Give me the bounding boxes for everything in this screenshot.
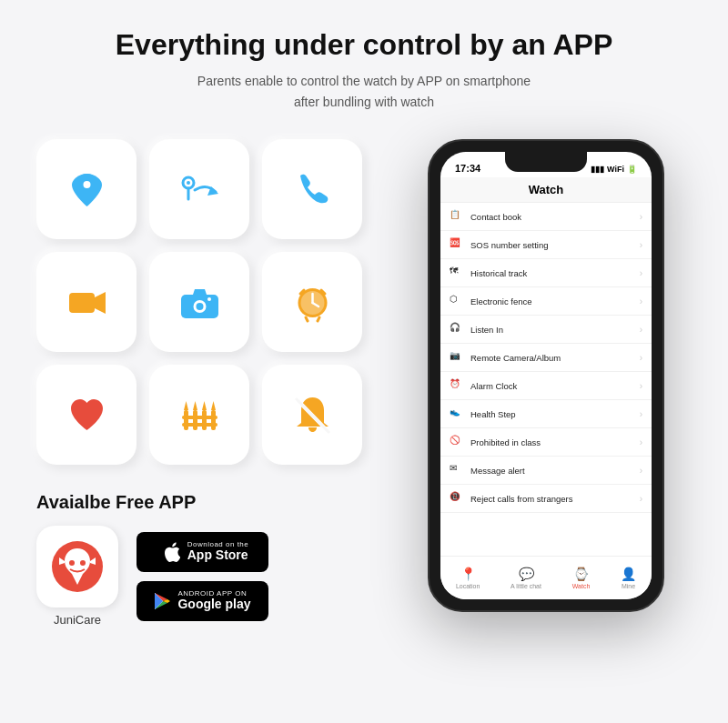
nav-chat-label: A little chat bbox=[511, 583, 541, 589]
menu-item-text: Alarm Clock bbox=[470, 381, 633, 391]
svg-rect-19 bbox=[184, 410, 188, 430]
track-icon: 🗺 bbox=[450, 266, 464, 280]
health-icon: 👟 bbox=[450, 407, 464, 421]
nav-item-chat[interactable]: 💬 A little chat bbox=[511, 567, 541, 589]
message-icon: ✉ bbox=[450, 463, 464, 477]
svg-marker-24 bbox=[193, 401, 197, 410]
menu-item-reject-calls[interactable]: 📵 Reject calls from strangers › bbox=[440, 485, 652, 513]
svg-rect-20 bbox=[193, 410, 197, 430]
camera-menu-icon: 📷 bbox=[450, 350, 464, 365]
menu-item-historical-track[interactable]: 🗺 Historical track › bbox=[440, 259, 652, 287]
junicare-label: JuniCare bbox=[36, 613, 118, 627]
menu-item-text: Health Step bbox=[470, 409, 633, 419]
nav-item-watch[interactable]: ⌚ Watch bbox=[572, 567, 591, 589]
header-section: Everything under control by an APP Paren… bbox=[116, 27, 612, 112]
chevron-icon: › bbox=[640, 466, 642, 476]
svg-point-9 bbox=[196, 303, 203, 310]
chevron-icon: › bbox=[640, 437, 642, 447]
right-panel: 17:34 ▮▮▮ WiFi 🔋 Watch 📋 Conta bbox=[400, 139, 692, 612]
menu-item-text: Remote Camera/Album bbox=[470, 353, 633, 363]
phone-screen: 17:34 ▮▮▮ WiFi 🔋 Watch 📋 Conta bbox=[440, 152, 652, 599]
svg-rect-22 bbox=[211, 410, 216, 430]
content-area: Avaialbe Free APP bbox=[36, 139, 692, 627]
appstore-large-text: App Store bbox=[187, 548, 248, 562]
camera-icon bbox=[175, 277, 225, 327]
navigation-icon bbox=[175, 165, 225, 215]
icon-box-alarm bbox=[262, 252, 362, 352]
menu-item-alarm[interactable]: ⏰ Alarm Clock › bbox=[440, 372, 652, 400]
icon-box-phone bbox=[262, 139, 362, 239]
phone-icon bbox=[288, 165, 338, 215]
chevron-icon: › bbox=[640, 494, 642, 504]
nav-watch-icon: ⌚ bbox=[573, 567, 589, 581]
prohibited-icon: 🚫 bbox=[450, 435, 464, 449]
svg-point-33 bbox=[80, 560, 86, 566]
svg-marker-23 bbox=[184, 401, 188, 410]
svg-point-10 bbox=[207, 297, 211, 301]
chevron-icon: › bbox=[640, 268, 642, 278]
menu-item-fence[interactable]: ⬡ Electronic fence › bbox=[440, 287, 652, 316]
phone-bottom-nav: 📍 Location 💬 A little chat ⌚ Watch � bbox=[440, 556, 652, 599]
menu-item-health[interactable]: 👟 Health Step › bbox=[440, 400, 652, 428]
apple-logo-icon bbox=[164, 542, 180, 562]
phone-notch bbox=[505, 152, 587, 172]
signal-icon: ▮▮▮ bbox=[591, 165, 604, 174]
menu-item-text: Historical track bbox=[470, 268, 633, 278]
main-container: Everything under control by an APP Paren… bbox=[0, 0, 728, 723]
menu-item-text: Prohibited in class bbox=[470, 437, 633, 447]
svg-line-18 bbox=[318, 317, 319, 321]
fence-menu-icon: ⬡ bbox=[450, 294, 464, 308]
chevron-icon: › bbox=[640, 353, 642, 363]
contact-book-icon: 📋 bbox=[450, 209, 464, 224]
junicare-logo bbox=[36, 526, 118, 608]
menu-item-listen[interactable]: 🎧 Listen In › bbox=[440, 316, 652, 344]
icon-box-video bbox=[36, 252, 136, 352]
status-icons: ▮▮▮ WiFi 🔋 bbox=[591, 165, 637, 174]
menu-item-sos[interactable]: 🆘 SOS number setting › bbox=[440, 231, 652, 259]
chevron-icon: › bbox=[640, 212, 642, 222]
icon-box-bell-off bbox=[262, 365, 362, 465]
alarm-icon bbox=[288, 277, 338, 327]
googleplay-button[interactable]: ANDROID APP ON Google play bbox=[136, 581, 268, 621]
chevron-icon: › bbox=[640, 381, 642, 391]
menu-item-text: Electronic fence bbox=[470, 296, 633, 306]
svg-point-3 bbox=[187, 181, 190, 185]
menu-item-camera[interactable]: 📷 Remote Camera/Album › bbox=[440, 344, 652, 372]
svg-rect-5 bbox=[69, 293, 95, 313]
main-title: Everything under control by an APP bbox=[116, 27, 612, 62]
svg-line-17 bbox=[306, 317, 308, 321]
menu-item-prohibited[interactable]: 🚫 Prohibited in class › bbox=[440, 428, 652, 457]
fence-icon bbox=[175, 390, 225, 440]
nav-item-location[interactable]: 📍 Location bbox=[456, 567, 480, 589]
menu-item-message[interactable]: ✉ Message alert › bbox=[440, 457, 652, 485]
menu-item-text: Contact book bbox=[470, 212, 633, 222]
phone-mockup: 17:34 ▮▮▮ WiFi 🔋 Watch 📋 Conta bbox=[428, 139, 664, 612]
app-logo-group: JuniCare bbox=[36, 526, 118, 627]
googleplay-large-text: Google play bbox=[177, 597, 250, 611]
available-title: Avaialbe Free APP bbox=[36, 492, 382, 513]
alarm-menu-icon: ⏰ bbox=[450, 378, 464, 393]
svg-rect-28 bbox=[182, 423, 217, 427]
junicare-logo-svg bbox=[50, 539, 105, 594]
available-section: Avaialbe Free APP bbox=[36, 492, 382, 627]
store-buttons: Download on the App Store bbox=[136, 532, 268, 621]
nav-mine-icon: 👤 bbox=[621, 567, 636, 581]
heart-icon bbox=[62, 390, 112, 440]
chevron-icon: › bbox=[640, 240, 642, 250]
nav-location-icon: 📍 bbox=[460, 567, 476, 581]
menu-item-contact-book[interactable]: 📋 Contact book › bbox=[440, 203, 652, 231]
nav-location-label: Location bbox=[456, 583, 480, 589]
subtitle: Parents enable to control the watch by A… bbox=[116, 71, 612, 112]
menu-item-text: Reject calls from strangers bbox=[470, 494, 633, 504]
phone-time: 17:34 bbox=[455, 163, 480, 174]
chevron-icon: › bbox=[640, 296, 642, 306]
nav-watch-label: Watch bbox=[572, 583, 591, 589]
appstore-button[interactable]: Download on the App Store bbox=[136, 532, 268, 572]
svg-rect-21 bbox=[202, 410, 207, 430]
icons-grid bbox=[36, 139, 382, 465]
nav-chat-icon: 💬 bbox=[519, 567, 534, 581]
nav-item-mine[interactable]: 👤 Mine bbox=[621, 567, 636, 589]
svg-rect-27 bbox=[182, 416, 217, 419]
icon-box-heart bbox=[36, 365, 136, 465]
left-panel: Avaialbe Free APP bbox=[36, 139, 382, 627]
